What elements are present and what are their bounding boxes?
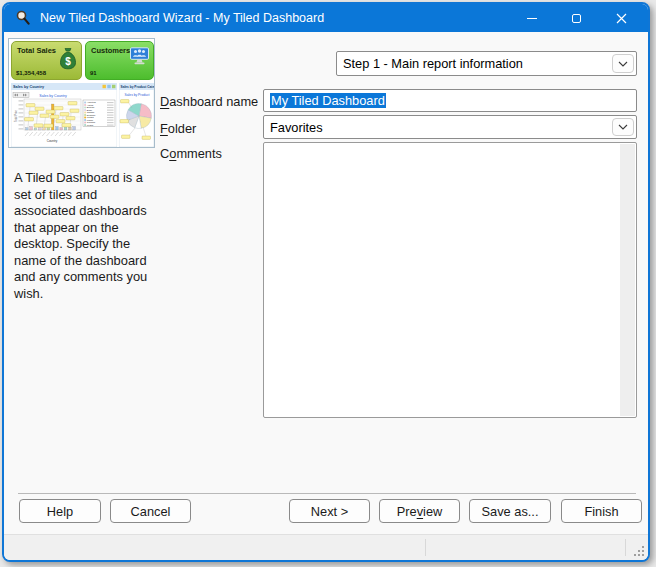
button-separator bbox=[18, 493, 636, 494]
resize-grip[interactable] bbox=[634, 546, 644, 556]
wizard-description: A Tiled Dashboard is a set of tiles and … bbox=[14, 170, 158, 302]
next-button[interactable]: Next > bbox=[289, 499, 370, 523]
window-title: New Tiled Dashboard Wizard - My Tiled Da… bbox=[40, 11, 324, 25]
status-bar-divider bbox=[625, 539, 626, 556]
sales-by-country-bar-chart: Sales by Country Sales by Country bbox=[11, 83, 117, 147]
svg-text:Ireland: Ireland bbox=[87, 124, 94, 126]
chart-title: Sales by Country bbox=[39, 94, 67, 98]
pie-slices bbox=[126, 103, 151, 128]
preview-tile-customers: Customers 91 bbox=[85, 41, 154, 80]
tile-label: Total Sales bbox=[17, 46, 56, 55]
monitor-users-icon bbox=[129, 47, 150, 65]
status-bar bbox=[4, 534, 648, 560]
folder-select[interactable]: Favorites bbox=[263, 115, 637, 139]
dashboard-name-label: Dashboard name bbox=[160, 94, 258, 109]
folder-dropdown-button[interactable] bbox=[612, 118, 634, 136]
chevron-down-icon bbox=[618, 124, 628, 130]
status-bar-divider bbox=[425, 539, 426, 556]
svg-text:$: $ bbox=[65, 56, 71, 67]
finish-button[interactable]: Finish bbox=[561, 499, 642, 523]
tile-value: $1,354,458 bbox=[16, 70, 46, 76]
panel-header: Sales by Country bbox=[13, 85, 45, 89]
panel-header: Sales by Product Category bbox=[121, 85, 155, 89]
chevron-down-icon bbox=[618, 61, 628, 67]
panel-toolbar-icon[interactable] bbox=[107, 85, 110, 88]
magnifier-app-icon bbox=[15, 10, 31, 26]
x-axis-label: Country bbox=[47, 139, 58, 143]
dashboard-name-value: My Tiled Dashboard bbox=[270, 93, 386, 108]
maximize-button[interactable] bbox=[554, 4, 599, 32]
maximize-icon bbox=[572, 14, 581, 23]
comments-textarea[interactable] bbox=[263, 142, 637, 418]
minimize-icon bbox=[527, 18, 537, 19]
step-selector-dropdown-button[interactable] bbox=[612, 54, 634, 73]
chart-title: Sales by Product bbox=[125, 93, 150, 97]
close-button[interactable] bbox=[599, 4, 644, 32]
preview-tile-total-sales: Total Sales $ $1,354,458 bbox=[11, 41, 82, 80]
caption-buttons bbox=[509, 4, 644, 32]
comments-label: Comments bbox=[160, 146, 222, 161]
cancel-button[interactable]: Cancel bbox=[110, 499, 191, 523]
money-bag-icon: $ bbox=[58, 47, 78, 70]
pager-control[interactable] bbox=[13, 93, 29, 98]
minimize-button[interactable] bbox=[509, 4, 554, 32]
preview-button[interactable]: Preview bbox=[379, 499, 460, 523]
folder-value: Favorites bbox=[270, 120, 323, 135]
sales-by-product-pie-chart: Sales by Product Category Sales by Produ… bbox=[119, 83, 154, 147]
step-selector[interactable]: Step 1 - Main report information bbox=[336, 51, 637, 76]
close-icon bbox=[616, 13, 627, 24]
comments-scrollbar[interactable] bbox=[620, 144, 635, 416]
dashboard-name-input[interactable]: My Tiled Dashboard bbox=[263, 89, 637, 112]
tile-value: 91 bbox=[90, 70, 97, 76]
save-as-button[interactable]: Save as... bbox=[469, 499, 551, 523]
step-selector-value: Step 1 - Main report information bbox=[343, 56, 523, 71]
dashboard-preview-thumbnail: Total Sales $ $1,354,458 Customers 91 bbox=[8, 38, 155, 148]
wizard-window: New Tiled Dashboard Wizard - My Tiled Da… bbox=[2, 2, 650, 562]
help-button[interactable]: Help bbox=[19, 499, 101, 523]
panel-toolbar-icon[interactable] bbox=[112, 85, 115, 88]
titlebar: New Tiled Dashboard Wizard - My Tiled Da… bbox=[4, 4, 648, 32]
chart-legend: Argentina Austria Belgium Brazil Canada … bbox=[83, 100, 115, 127]
tile-label: Customers bbox=[91, 46, 130, 55]
panel-toolbar-icon[interactable] bbox=[103, 85, 106, 88]
y-axis-label: Total Price bbox=[14, 109, 18, 122]
folder-label: Folder bbox=[160, 121, 196, 136]
